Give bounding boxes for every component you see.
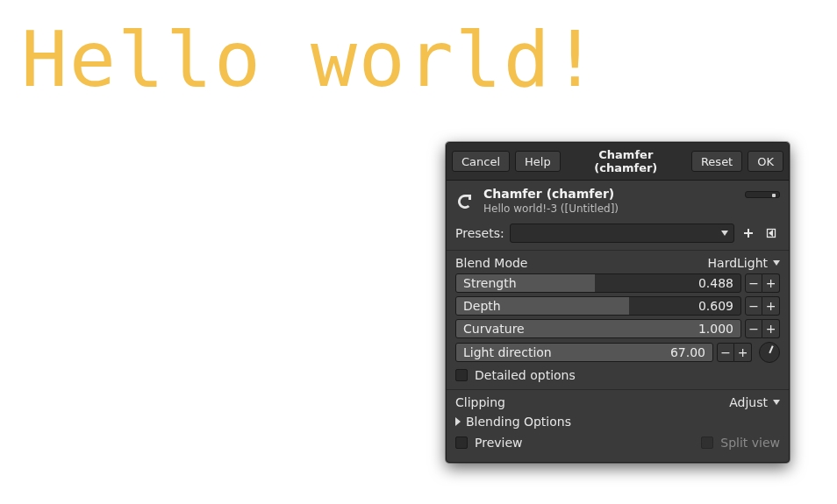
strength-dec-button[interactable]: − <box>745 273 762 293</box>
strength-slider[interactable]: Strength 0.488 <box>455 273 741 293</box>
dialog-header: Chamfer (chamfer) Hello world!-3 ([Untit… <box>447 181 789 220</box>
strength-value: 0.488 <box>698 276 740 290</box>
ok-button[interactable]: OK <box>748 151 783 172</box>
detailed-options-label: Detailed options <box>475 368 576 382</box>
split-view-checkbox <box>701 437 713 449</box>
light-direction-row: Light direction 67.00 − + <box>447 340 789 365</box>
presets-row: Presets: <box>447 220 789 246</box>
depth-value: 0.609 <box>698 299 740 313</box>
cancel-button[interactable]: Cancel <box>452 151 510 172</box>
clipping-row[interactable]: Clipping Adjust <box>447 394 789 411</box>
header-subtitle: Hello world!-3 ([Untitled]) <box>483 202 780 215</box>
chevron-down-icon <box>773 400 780 405</box>
detailed-options-checkbox[interactable] <box>455 369 468 381</box>
clipping-label: Clipping <box>455 395 505 409</box>
header-decoration <box>745 191 780 198</box>
strength-inc-button[interactable]: + <box>762 273 780 293</box>
strength-label: Strength <box>456 276 698 290</box>
triangle-right-icon <box>455 417 461 426</box>
depth-label: Depth <box>456 299 698 313</box>
canvas-text: Hello world! <box>21 14 600 104</box>
light-direction-dial[interactable] <box>759 342 780 363</box>
presets-label: Presets: <box>455 226 504 240</box>
curvature-inc-button[interactable]: + <box>762 319 780 338</box>
strength-row: Strength 0.488 − + <box>447 272 789 295</box>
clipping-value: Adjust <box>729 395 768 409</box>
curvature-value: 1.000 <box>698 322 740 336</box>
header-title: Chamfer (chamfer) <box>483 188 780 201</box>
dialog-titlebar: Cancel Help Chamfer (chamfer) Reset OK <box>447 143 789 181</box>
manage-presets-button[interactable] <box>762 224 780 242</box>
light-direction-label: Light direction <box>456 345 670 359</box>
depth-inc-button[interactable]: + <box>762 296 780 316</box>
curvature-slider[interactable]: Curvature 1.000 <box>455 319 741 338</box>
curvature-dec-button[interactable]: − <box>745 319 762 338</box>
depth-row: Depth 0.609 − + <box>447 295 789 317</box>
blend-mode-value: HardLight <box>708 256 768 270</box>
curvature-label: Curvature <box>456 322 698 336</box>
dialog-footer: Preview Split view <box>447 432 789 457</box>
gegl-icon <box>455 192 475 211</box>
chevron-down-icon <box>721 231 728 236</box>
depth-slider[interactable]: Depth 0.609 <box>455 296 741 316</box>
blend-mode-label: Blend Mode <box>455 256 527 270</box>
detailed-options-row[interactable]: Detailed options <box>447 365 789 386</box>
presets-combo[interactable] <box>510 224 734 243</box>
depth-dec-button[interactable]: − <box>745 296 762 316</box>
add-preset-button[interactable] <box>740 224 757 242</box>
chamfer-dialog: Cancel Help Chamfer (chamfer) Reset OK C… <box>446 142 790 463</box>
light-direction-field[interactable]: Light direction 67.00 <box>455 343 713 362</box>
preview-checkbox[interactable] <box>455 437 468 449</box>
split-view-label: Split view <box>720 436 780 450</box>
light-direction-inc-button[interactable]: + <box>734 343 752 362</box>
dialog-title: Chamfer (chamfer) <box>566 148 686 174</box>
curvature-row: Curvature 1.000 − + <box>447 317 789 340</box>
preview-label: Preview <box>475 436 523 450</box>
chevron-down-icon <box>773 260 780 266</box>
reset-button[interactable]: Reset <box>691 151 742 172</box>
blending-options-label: Blending Options <box>466 415 571 429</box>
blend-mode-row[interactable]: Blend Mode HardLight <box>447 254 789 272</box>
light-direction-dec-button[interactable]: − <box>717 343 734 362</box>
blending-options-expander[interactable]: Blending Options <box>447 411 789 432</box>
light-direction-value: 67.00 <box>670 345 712 359</box>
help-button[interactable]: Help <box>515 151 561 172</box>
